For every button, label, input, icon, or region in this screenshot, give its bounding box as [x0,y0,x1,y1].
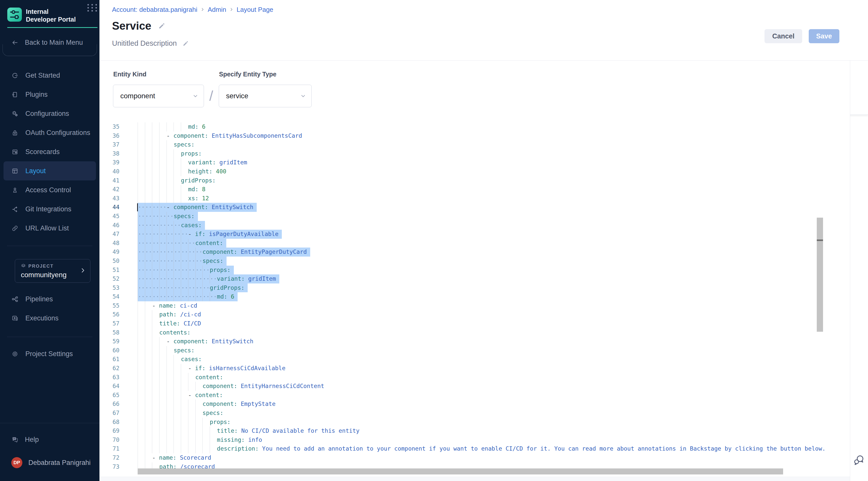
line-number: 66 [113,399,128,409]
indent-guide [188,399,195,409]
code-token: component: [203,248,241,255]
sidebar-item-scorecards[interactable]: Scorecards [3,142,96,161]
code-line[interactable]: 71 description: You need to add an annot… [99,444,827,453]
code-line[interactable]: 40 height: 400 [99,167,827,176]
code-line[interactable]: 44········- component: EntitySwitch [99,203,827,212]
indent-guide [152,337,159,346]
indent-guide: ·· [181,247,188,257]
url-allow-list-icon [11,225,18,232]
horizontal-scrollbar[interactable] [137,469,783,475]
vertical-scrollbar[interactable] [817,218,823,332]
code-line[interactable]: 65 - content: [99,391,827,400]
sidebar-item-get-started[interactable]: Get Started [3,66,96,85]
sidebar-item-access-control[interactable]: Access Control [3,180,96,200]
indent-guide [159,131,166,141]
code-line[interactable]: 54······················md: 6 [99,292,827,301]
support-chat-icon[interactable] [853,454,865,466]
cancel-button[interactable]: Cancel [765,29,802,43]
code-line[interactable]: 35 md: 6 [99,122,827,131]
edit-title-pencil-icon[interactable] [158,22,165,30]
yaml-code-editor[interactable]: 35 md: 636 - component: EntityHasSubcomp… [99,114,850,477]
code-line[interactable]: 59 - component: EntitySwitch [99,337,827,346]
entity-kind-select[interactable]: component [113,85,204,107]
code-line[interactable]: 38 props: [99,149,827,158]
code-line[interactable]: 70 missing: info [99,435,827,445]
product-logo-row[interactable]: Internal Developer Portal [7,7,95,23]
sidebar-item-layout[interactable]: Layout [3,161,96,180]
indent-guide: ·· [181,266,188,275]
sidebar-item-url-allow-list[interactable]: URL Allow List [3,219,96,238]
code-line[interactable]: 48················content: [99,239,827,248]
line-content: - content: [137,391,223,400]
code-line[interactable]: 67 specs: [99,409,827,418]
code-line[interactable]: 49··················component: EntityPag… [99,247,827,257]
code-line[interactable]: 68 props: [99,418,827,427]
breadcrumb-layout-page-link[interactable]: Layout Page [237,6,273,13]
indent-guide [188,418,195,427]
code-line[interactable]: 52······················variant: gridIte… [99,274,827,283]
code-line[interactable]: 41 gridProps: [99,176,827,185]
sidebar-item-plugins[interactable]: Plugins [3,85,96,104]
code-line[interactable]: 36 - component: EntityHasSubcomponentsCa… [99,131,827,141]
code-line[interactable]: 64 component: EntityHarnessCiCdContent [99,382,827,391]
indent-guide: ·· [203,283,210,293]
code-line[interactable]: 45··········specs: [99,212,827,221]
code-line[interactable]: 57 title: CI/CD [99,319,827,328]
code-line[interactable]: 47··············- if: isPagerDutyAvailab… [99,230,827,239]
sidebar-item-executions[interactable]: Executions [3,309,96,328]
indent-guide [145,301,152,310]
app-grid-icon[interactable] [87,4,98,11]
code-line[interactable]: 43 xs: 12 [99,194,827,203]
code-token: - [188,231,195,237]
indent-guide: ·· [188,266,195,275]
indent-guide: ·· [159,292,166,301]
sidebar-item-pipelines[interactable]: Pipelines [3,290,96,309]
indent-guide [166,185,174,194]
line-content: props: [137,149,202,158]
indent-guide [188,426,195,435]
indent-guide [159,337,166,346]
entity-type-select[interactable]: service [219,85,312,107]
code-line[interactable]: 69 title: No CI/CD available for this en… [99,426,827,435]
code-line[interactable]: 46············cases: [99,221,827,230]
code-line[interactable]: 63 content: [99,373,827,382]
indent-guide [152,364,159,373]
sidebar-item-git-integrations[interactable]: Git Integrations [3,200,96,219]
code-line[interactable]: 51····················props: [99,266,827,275]
code-line[interactable]: 37 specs: [99,140,827,149]
code-line[interactable]: 39 variant: gridItem [99,158,827,167]
save-button[interactable]: Save [809,29,839,43]
entity-kind-label: Entity Kind [113,71,147,78]
code-token: specs: [203,410,223,416]
svg-text:?: ? [13,437,15,440]
user-menu[interactable]: DP Debabrata Panigrahi [11,453,91,472]
code-line[interactable]: 53····················gridProps: [99,283,827,293]
code-line[interactable]: 72 - name: Scorecard [99,453,827,462]
code-line[interactable]: 50··················specs: [99,257,827,266]
code-token: path: [159,311,180,318]
line-content: - name: ci-cd [137,301,197,310]
edit-description-pencil-icon[interactable] [182,40,189,47]
sidebar-item-project-settings[interactable]: Project Settings [3,344,96,363]
indent-guide [174,194,181,203]
indent-guide: ·· [181,292,188,301]
text-cursor [137,203,138,211]
code-line[interactable]: 61 cases: [99,355,827,364]
project-selector[interactable]: PROJECT communityeng [15,259,90,283]
code-token: component: [203,400,241,407]
sidebar-item-oauth-configurations[interactable]: OAuth Configurations [3,123,96,142]
code-line[interactable]: 56 path: /ci-cd [99,310,827,319]
code-line[interactable]: 66 component: EmptyState [99,399,827,409]
code-line[interactable]: 58 contents: [99,328,827,337]
indent-guide [145,382,152,391]
breadcrumb-account-link[interactable]: Account: debabrata.panigrahi [112,6,197,13]
indent-guide [195,426,203,435]
sidebar-item-configurations[interactable]: Configurations [3,104,96,123]
code-line[interactable]: 60 specs: [99,346,827,355]
breadcrumb-admin-link[interactable]: Admin [208,6,226,13]
code-line[interactable]: 62 - if: isHarnessCiCdAvailable [99,364,827,373]
code-line[interactable]: 55 - name: ci-cd [99,301,827,310]
code-line[interactable]: 42 md: 8 [99,185,827,194]
code-token: content: [195,392,223,398]
help-button[interactable]: ? Help [11,430,39,449]
